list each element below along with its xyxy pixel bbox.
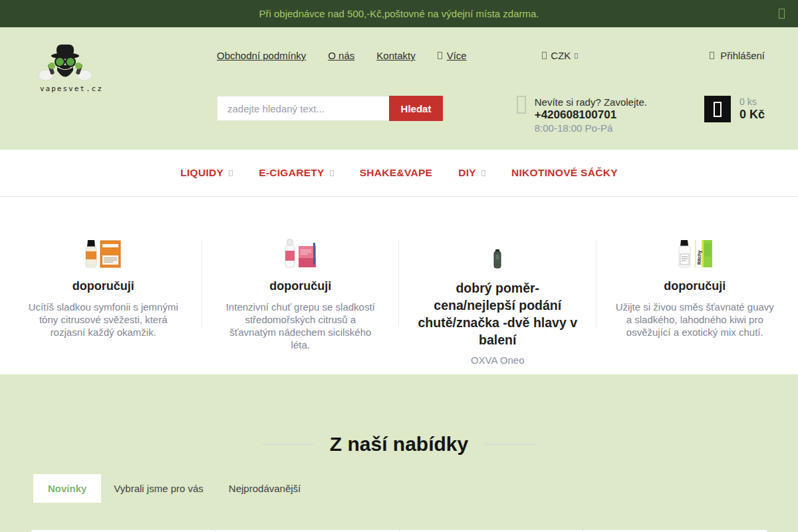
product-image-ritchy: Ritchy: [675, 238, 715, 269]
tab-vybrali-jsme-pro-vas[interactable]: Vybrali jsme pro vás: [101, 474, 216, 503]
user-icon: [710, 52, 714, 59]
testimonial-ritchy: Ritchy doporučuji Užijte si živou směs š…: [597, 197, 794, 366]
nav-item-liquidy[interactable]: LIQUIDY: [180, 167, 233, 179]
testimonials-section: doporučuji Ucítíš sladkou symfonii s jem…: [0, 197, 798, 374]
phone-block: Nevíte si rady? Zavolejte. +420608100701…: [517, 96, 647, 134]
testimonial-title: doporučuji: [23, 279, 184, 293]
phone-hours: 8:00-18:00 Po-Pá: [535, 122, 647, 134]
offer-tabs: Novinky Vybrali jsme pro vás Nejprodávan…: [33, 474, 765, 503]
product-grid: [31, 529, 767, 532]
logo[interactable]: vapesvet.cz: [33, 27, 217, 150]
testimonial-text: Intenzivní chuť grepu se sladkostí střed…: [221, 301, 381, 351]
chevron-down-icon: [575, 53, 578, 59]
phone-number[interactable]: +420608100701: [535, 108, 647, 122]
cart-icon: [714, 102, 722, 117]
heading-line-left: [262, 444, 314, 445]
currency-selector[interactable]: CZK: [542, 50, 578, 61]
nav-item-label: E-CIGARETY: [259, 167, 325, 179]
svg-text:Ritchy: Ritchy: [697, 251, 702, 265]
testimonial-aramax: doporučuji Ucítíš sladkou symfonii s jem…: [5, 197, 202, 366]
cart-count: 0 ks: [739, 96, 765, 108]
tab-novinky[interactable]: Novinky: [33, 474, 101, 503]
link-kontakty[interactable]: Kontakty: [376, 50, 415, 61]
nav-item-label: SHAKE&VAPE: [360, 167, 433, 179]
testimonial-title: doporučuji: [221, 279, 381, 293]
product-image-liqua: [283, 238, 319, 269]
nav-item-label: LIQUIDY: [180, 167, 223, 179]
top-links: Obchodní podmínky O nás Kontakty Více: [217, 50, 467, 61]
link-o-nas[interactable]: O nás: [328, 50, 354, 61]
search-form: Hledat: [217, 96, 443, 121]
link-obchodni-podminky[interactable]: Obchodní podmínky: [217, 50, 306, 61]
testimonial-title: doporučuji: [615, 279, 775, 293]
search-input[interactable]: [217, 96, 389, 121]
chevron-down-icon: [330, 170, 334, 176]
search-button[interactable]: Hledat: [389, 96, 443, 121]
close-icon[interactable]: [779, 9, 785, 19]
header: vapesvet.cz Obchodní podmínky O nás Kont…: [0, 27, 798, 150]
section-heading: Z naší nabídky: [330, 433, 468, 456]
phone-question: Nevíte si rady? Zavolejte.: [535, 96, 647, 108]
currency-label: CZK: [551, 50, 571, 61]
testimonial-subtitle: OXVA Oneo: [418, 354, 578, 366]
close-icon-glyph: [779, 9, 785, 19]
cart-button[interactable]: [704, 96, 731, 122]
testimonial-oxva: dobrý poměr-cena/nejlepší podání chutě/z…: [399, 197, 597, 366]
chevron-down-icon: [481, 170, 485, 176]
testimonial-text: Ucítíš sladkou symfonii s jemnými tóny c…: [23, 301, 184, 338]
logo-text: vapesvet.cz: [40, 84, 217, 93]
nav-item-e-cigarety[interactable]: E-CIGARETY: [259, 167, 334, 179]
testimonial-liqua: doporučuji Intenzivní chuť grepu se slad…: [202, 197, 400, 366]
link-vice-label: Více: [447, 50, 467, 61]
nav-item-diy[interactable]: DIY: [458, 167, 485, 179]
nav-item-shake-vape[interactable]: SHAKE&VAPE: [360, 167, 433, 179]
link-vice[interactable]: Více: [438, 50, 467, 61]
testimonial-title: dobrý poměr-cena/nejlepší podání chutě/z…: [418, 279, 578, 348]
login-label: Přihlášení: [720, 50, 765, 61]
chevron-down-icon: [438, 52, 442, 59]
heading-line-right: [484, 444, 536, 445]
currency-icon: [542, 52, 547, 59]
nav-item-label: NIKOTINOVÉ SÁČKY: [511, 167, 618, 179]
offer-section: Z naší nabídky Novinky Vybrali jsme pro …: [0, 374, 798, 532]
nav-item-nikotinove-sacky[interactable]: NIKOTINOVÉ SÁČKY: [511, 167, 618, 179]
testimonial-text: Užijte si živou směs šťavnaté guavy a sl…: [615, 301, 775, 338]
section-heading-wrap: Z naší nabídky: [0, 433, 798, 456]
phone-icon: [517, 96, 526, 114]
logo-image: [39, 42, 92, 83]
chevron-down-icon: [229, 170, 233, 176]
tab-nejprodavanejsi[interactable]: Nejprodávanější: [216, 474, 313, 503]
announcement-bar: Při objednávce nad 500,-Kč,poštovné na v…: [0, 0, 798, 27]
product-image-oxva-oneo: [493, 249, 502, 269]
cart-widget[interactable]: 0 ks 0 Kč: [704, 96, 765, 122]
product-image-aramax: [82, 238, 124, 269]
main-nav: LIQUIDY E-CIGARETY SHAKE&VAPE DIY NIKOTI…: [0, 150, 798, 197]
nav-item-label: DIY: [458, 167, 476, 179]
cart-total: 0 Kč: [739, 108, 765, 122]
login-link[interactable]: Přihlášení: [710, 50, 765, 61]
announcement-text: Při objednávce nad 500,-Kč,poštovné na v…: [259, 8, 539, 19]
